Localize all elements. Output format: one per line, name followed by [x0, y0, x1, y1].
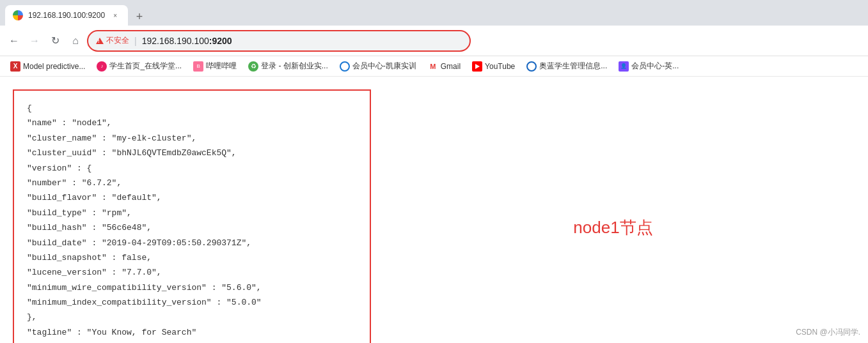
nav-bar: ← → ↻ ⌂ 不安全 | 192.168.190.100:9200: [0, 26, 868, 56]
security-warning: 不安全: [96, 35, 129, 46]
json-line: },: [27, 310, 357, 324]
active-tab[interactable]: 192.168.190.100:9200 ×: [5, 5, 128, 26]
watermark: CSDN @小冯同学.: [796, 327, 860, 338]
bookmark-aolan-label: 奥蓝学生管理信息...: [539, 61, 607, 72]
gmail-icon: M: [428, 61, 438, 72]
bookmark-member[interactable]: 会员中心-凯康实训: [335, 59, 422, 73]
forward-button[interactable]: →: [26, 32, 43, 50]
json-line: "build_date" : "2019-04-29T09:05:50.2903…: [27, 236, 357, 250]
warning-triangle-icon: [96, 38, 104, 44]
address-text: 192.168.190.100:9200: [142, 36, 462, 46]
bookmark-gmail-label: Gmail: [441, 62, 461, 71]
json-line: "minimum_wire_compatibility_version" : "…: [27, 280, 357, 295]
bookmark-login[interactable]: ♻ 登录 - 创新创业实...: [243, 59, 333, 73]
json-line: "build_flavor" : "default",: [27, 190, 357, 205]
user2-icon: 👤: [619, 61, 629, 72]
browser-chrome: 192.168.190.100:9200 × + ← → ↻ ⌂ 不安全 | 1…: [0, 0, 868, 77]
json-line: {: [27, 101, 357, 116]
bookmark-youtube[interactable]: YouTube: [467, 59, 520, 73]
page-content: { "name" : "node1", "cluster_name" : "my…: [0, 77, 868, 343]
json-line: "number" : "6.7.2",: [27, 176, 357, 190]
address-port: :9200: [209, 36, 232, 46]
json-line: "version" : {: [27, 161, 357, 176]
json-line: }: [27, 340, 357, 343]
tab-favicon-icon: [13, 10, 23, 20]
bookmark-xb[interactable]: X Model predictive...: [5, 59, 90, 73]
bookmark-wyyun-label: 学生首页_在线学堂...: [109, 61, 182, 72]
tab-bar: 192.168.190.100:9200 × +: [0, 0, 868, 26]
music-icon: ♪: [97, 61, 107, 72]
json-line: "minimum_index_compatibility_version" : …: [27, 295, 357, 310]
json-line: "cluster_uuid" : "bhNJL6QVTEmdbZ0awcEk5Q…: [27, 146, 357, 160]
bookmark-wyyun[interactable]: ♪ 学生首页_在线学堂...: [91, 59, 187, 73]
json-line: "build_hash" : "56c6e48",: [27, 220, 357, 235]
bili-icon: B: [193, 61, 203, 72]
address-bar[interactable]: 不安全 | 192.168.190.100:9200: [87, 30, 471, 52]
bookmark-aolan[interactable]: 奥蓝学生管理信息...: [521, 59, 612, 73]
json-line: "tagline" : "You Know, for Search": [27, 325, 357, 340]
security-label: 不安全: [106, 35, 129, 46]
bookmark-login-label: 登录 - 创新创业实...: [261, 61, 328, 72]
bookmark-bili[interactable]: B 哔哩哔哩: [188, 59, 242, 73]
json-line: "build_snapshot" : false,: [27, 250, 357, 265]
annotation-panel: node1节点: [371, 89, 855, 343]
xb-icon: X: [10, 61, 20, 72]
tab-close-button[interactable]: ×: [110, 10, 120, 20]
new-tab-button[interactable]: +: [130, 8, 148, 26]
bookmark-xb-label: Model predictive...: [23, 62, 85, 71]
aolan-icon: [526, 61, 537, 72]
reload-button[interactable]: ↻: [46, 32, 64, 50]
json-panel: { "name" : "node1", "cluster_name" : "my…: [13, 89, 371, 343]
json-line: "lucene_version" : "7.7.0",: [27, 265, 357, 280]
bookmark-user2-label: 会员中心-英...: [631, 61, 679, 72]
json-line: "name" : "node1",: [27, 116, 357, 130]
address-host: 192.168.190.100: [142, 36, 209, 46]
tab-title: 192.168.190.100:9200: [28, 11, 105, 20]
annotation-text: node1节点: [573, 217, 652, 239]
bookmark-youtube-label: YouTube: [485, 62, 515, 71]
json-line: "cluster_name" : "my-elk-cluster",: [27, 131, 357, 146]
member-icon: [340, 61, 350, 72]
back-button[interactable]: ←: [5, 32, 23, 50]
bookmark-bili-label: 哔哩哔哩: [206, 61, 237, 72]
json-line: "build_type" : "rpm",: [27, 206, 357, 220]
youtube-icon: [472, 61, 482, 72]
address-divider: |: [134, 36, 137, 46]
login-icon: ♻: [248, 61, 258, 72]
bookmark-user2[interactable]: 👤 会员中心-英...: [613, 59, 684, 73]
bookmark-gmail[interactable]: M Gmail: [423, 59, 466, 73]
bookmark-member-label: 会员中心-凯康实训: [352, 61, 416, 72]
bookmarks-bar: X Model predictive... ♪ 学生首页_在线学堂... B 哔…: [0, 56, 868, 77]
home-button[interactable]: ⌂: [67, 32, 84, 50]
